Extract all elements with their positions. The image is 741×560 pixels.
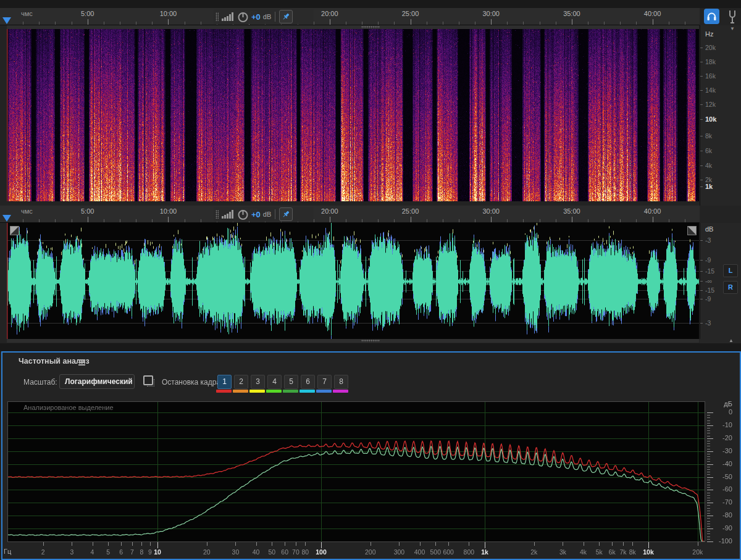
frequency-tick-label: 16k: [705, 72, 716, 80]
hold-frame-button-4[interactable]: 4: [267, 375, 282, 389]
ruler-tick: [588, 22, 588, 25]
ruler-tick: [685, 22, 685, 25]
hold-frame-button-7[interactable]: 7: [317, 375, 332, 389]
hold-frame-button-5[interactable]: 5: [284, 375, 298, 389]
waveform-zoom-scrollbar[interactable]: [7, 339, 699, 343]
y-axis-tick-label: -10: [708, 421, 732, 428]
pushpin-icon: [282, 12, 290, 21]
frequency-tick: [700, 186, 703, 187]
ruler-tick: [572, 19, 572, 25]
frequency-tick: [700, 48, 703, 48]
channel-left-button[interactable]: L: [723, 264, 738, 277]
ruler-tick: [636, 22, 637, 25]
ruler-tick: [459, 22, 459, 25]
ruler-tick: [588, 219, 588, 222]
time-format-label: чмс: [21, 207, 33, 215]
pin-button[interactable]: [279, 207, 293, 221]
frequency-analysis-graph[interactable]: [7, 401, 715, 553]
gain-knob-icon[interactable]: [237, 11, 249, 23]
ruler-tick: [443, 219, 443, 222]
copy-graph-icon[interactable]: [143, 375, 153, 385]
scrollbar-grip-icon[interactable]: [361, 26, 380, 28]
panel-divider[interactable]: [0, 343, 741, 351]
ruler-time-label: 10:00: [160, 10, 177, 17]
ruler-time-label: 35:00: [563, 207, 580, 215]
ruler-tick: [104, 219, 104, 222]
y-axis-unit-label: дБ: [708, 400, 732, 407]
frequency-ruler[interactable]: Hz 20k18k16k14k12k10k8k6k4k2k1k: [700, 25, 741, 206]
x-axis-tick-label: 20: [196, 548, 218, 556]
y-axis-tick-label: -70: [708, 498, 732, 506]
hold-frame-color-bar: [283, 390, 298, 393]
gain-value[interactable]: +0: [251, 12, 261, 22]
ruler-tick: [411, 217, 411, 222]
gain-hud-waveform: +0 dB: [214, 207, 314, 222]
ruler-tick: [604, 219, 605, 222]
frequency-tick: [700, 90, 703, 91]
hold-frame-button-8[interactable]: 8: [334, 375, 348, 389]
frequency-tick-label: 4k: [705, 162, 712, 169]
ruler-tick: [540, 22, 540, 25]
amplitude-tick: [700, 299, 703, 299]
timeline-ruler-waveform[interactable]: чмс 5:0010:0015:0020:0025:0030:0035:0040…: [0, 206, 700, 223]
x-axis-tick-label: 2k: [523, 548, 545, 556]
gain-knob-icon[interactable]: [237, 209, 249, 220]
gain-value[interactable]: +0: [251, 210, 261, 219]
ruler-time-label: 40:00: [644, 10, 661, 17]
spectrogram-canvas[interactable]: [7, 29, 699, 201]
ruler-time-label: 30:00: [482, 10, 500, 17]
frequency-tick-label: 20k: [705, 44, 716, 51]
gain-hud-spectral: +0 dB: [214, 9, 314, 24]
analyzed-selection-label: Анализированое выделение: [23, 404, 114, 411]
hud-drag-grip-icon[interactable]: [216, 12, 219, 21]
y-axis-tick-label: -80: [708, 511, 732, 519]
monitor-toggle-button[interactable]: [704, 9, 719, 24]
x-axis-tick-label: 3k: [551, 548, 574, 556]
frequency-tick: [700, 104, 703, 105]
x-axis-unit-label: Гц: [4, 548, 11, 555]
hold-frame-button-2[interactable]: 2: [234, 375, 248, 389]
fade-in-handle[interactable]: [10, 226, 19, 235]
amplitude-tick-label: -15: [705, 286, 714, 294]
pin-button[interactable]: [279, 10, 293, 23]
hold-frame-button-6[interactable]: 6: [301, 375, 315, 389]
channel-right-button[interactable]: R: [723, 281, 738, 294]
amplitude-tick: [700, 290, 703, 291]
audio-editor-window: чмс 5:0010:0015:0020:0025:0030:0035:0040…: [0, 0, 741, 560]
hud-drag-grip-icon[interactable]: [216, 210, 219, 219]
ruler-tick: [507, 219, 508, 222]
editor-left-margin: [0, 25, 7, 343]
panel-menu-icon[interactable]: [78, 358, 85, 367]
ruler-time-label: 5:00: [81, 10, 94, 17]
splitter-arrow-down-icon[interactable]: ▼: [730, 26, 735, 31]
waveform-canvas[interactable]: [7, 223, 699, 339]
hold-frame-button-1[interactable]: 1: [217, 375, 232, 389]
ruler-tick: [443, 22, 443, 25]
volume-bars-icon[interactable]: [221, 209, 235, 219]
ruler-time-label: 25:00: [402, 207, 419, 215]
ruler-tick: [636, 219, 637, 222]
ruler-time-label: 35:00: [563, 10, 580, 17]
ruler-tick: [136, 219, 136, 222]
volume-bars-icon[interactable]: [221, 12, 235, 22]
frequency-tick: [700, 62, 703, 62]
frequency-tick: [700, 119, 703, 120]
editor-corner: [700, 339, 741, 343]
scale-dropdown[interactable]: Логарифмический: [59, 374, 135, 389]
playhead-marker-waveform[interactable]: [2, 215, 11, 222]
fade-out-handle[interactable]: [687, 226, 697, 235]
ruler-tick: [523, 219, 524, 222]
headphones-icon: [704, 9, 719, 24]
playhead-marker-spectral[interactable]: [2, 17, 11, 24]
hold-frame-button-3[interactable]: 3: [251, 375, 265, 389]
y-axis-tick-label: -60: [708, 485, 732, 493]
hold-frame-color-bar: [216, 390, 232, 393]
scrollbar-grip-icon[interactable]: [361, 340, 380, 342]
timeline-ruler-spectral[interactable]: чмс 5:0010:0015:0020:0025:0030:0035:0040…: [0, 8, 700, 25]
ruler-tick: [394, 22, 395, 25]
time-format-label: чмс: [21, 10, 33, 17]
ruler-tick: [72, 22, 72, 25]
ruler-tick: [427, 219, 427, 222]
splitter-arrow-up-icon[interactable]: ▲: [729, 338, 734, 343]
ruler-tick: [669, 22, 669, 25]
